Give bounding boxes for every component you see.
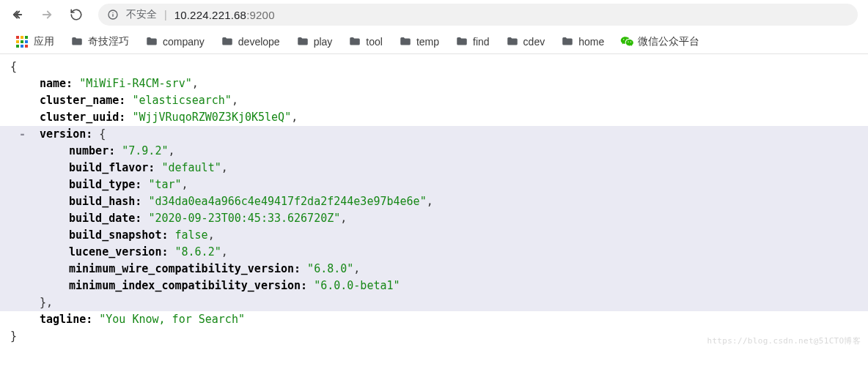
- folder-icon: [70, 35, 84, 48]
- reload-icon: [70, 8, 83, 21]
- insecure-label: 不安全: [126, 8, 157, 21]
- bookmark-folder[interactable]: find: [449, 32, 496, 51]
- folder-icon: [348, 35, 361, 48]
- json-line[interactable]: minimum_wire_compatibility_version: "6.8…: [0, 261, 868, 278]
- bookmark-label: play: [314, 36, 333, 48]
- browser-nav-bar: 不安全 | 10.224.221.68:9200: [0, 0, 868, 29]
- folder-icon: [561, 35, 574, 48]
- bookmark-label: 微信公众平台: [638, 35, 699, 48]
- forward-button[interactable]: [40, 7, 54, 22]
- watermark: https://blog.csdn.net@51CTO博客: [707, 332, 861, 349]
- bookmark-wechat[interactable]: 微信公众平台: [614, 32, 705, 51]
- json-line[interactable]: cluster_name: "elasticsearch",: [0, 92, 868, 109]
- folder-icon: [399, 35, 412, 48]
- arrow-left-icon: [11, 8, 24, 21]
- json-line[interactable]: build_date: "2020-09-23T00:45:33.626720Z…: [0, 210, 868, 227]
- bookmark-label: develope: [238, 36, 280, 48]
- info-icon: [107, 9, 119, 21]
- json-line[interactable]: build_hash: "d34da0ea4a966c4e49417f2da2f…: [0, 193, 868, 210]
- bookmark-label: tool: [366, 36, 383, 48]
- json-line[interactable]: build_snapshot: false,: [0, 227, 868, 244]
- folder-icon: [296, 35, 309, 48]
- bookmark-folder[interactable]: play: [290, 32, 339, 51]
- folder-icon: [221, 35, 234, 48]
- collapse-toggle[interactable]: -: [19, 126, 26, 143]
- back-button[interactable]: [10, 7, 25, 22]
- json-line[interactable]: lucene_version: "8.6.2",: [0, 244, 868, 261]
- json-line[interactable]: number: "7.9.2",: [0, 143, 868, 160]
- json-line-version[interactable]: -version: {: [0, 126, 868, 143]
- folder-icon: [145, 35, 158, 48]
- bookmark-label: company: [163, 36, 205, 48]
- bookmark-folder[interactable]: home: [555, 32, 610, 51]
- bookmarks-bar: 应用 奇技淫巧 company develope play tool temp …: [0, 29, 868, 54]
- json-line[interactable]: minimum_index_compatibility_version: "6.…: [0, 278, 868, 294]
- folder-icon: [506, 35, 519, 48]
- bookmark-label: find: [473, 36, 490, 48]
- bookmark-folder[interactable]: company: [139, 32, 210, 51]
- bookmark-label: home: [578, 36, 604, 48]
- reload-button[interactable]: [69, 7, 84, 22]
- apps-button[interactable]: 应用: [10, 32, 60, 51]
- bookmark-folder[interactable]: temp: [393, 32, 445, 51]
- bookmark-label: cdev: [523, 36, 545, 48]
- address-bar[interactable]: 不安全 | 10.224.221.68:9200: [98, 4, 858, 26]
- json-line[interactable]: build_type: "tar",: [0, 176, 868, 193]
- apps-icon: [16, 36, 28, 48]
- json-viewer: { name: "MiWiFi-R4CM-srv", cluster_name:…: [0, 54, 868, 352]
- json-line[interactable]: cluster_uuid: "WjjVRuqoRZW0Z3Kj0K5leQ",: [0, 109, 868, 126]
- json-line[interactable]: tagline: "You Know, for Search": [0, 311, 868, 328]
- bookmark-label: temp: [416, 36, 439, 48]
- url-text: 10.224.221.68:9200: [174, 9, 275, 21]
- bookmark-folder[interactable]: 奇技淫巧: [65, 32, 135, 51]
- bookmark-folder[interactable]: develope: [215, 32, 286, 51]
- bookmark-label: 奇技淫巧: [88, 35, 129, 48]
- folder-icon: [455, 35, 468, 48]
- apps-label: 应用: [34, 35, 54, 48]
- svg-point-3: [112, 12, 113, 13]
- bookmark-folder[interactable]: cdev: [500, 32, 551, 51]
- arrow-right-icon: [40, 8, 54, 21]
- json-line[interactable]: build_flavor: "default",: [0, 160, 868, 176]
- json-brace-close-inner: },: [0, 294, 868, 311]
- bookmark-folder[interactable]: tool: [342, 32, 389, 51]
- separator: |: [164, 9, 167, 21]
- json-brace-open: {: [0, 59, 868, 75]
- wechat-icon: [620, 35, 633, 48]
- json-line[interactable]: name: "MiWiFi-R4CM-srv",: [0, 75, 868, 92]
